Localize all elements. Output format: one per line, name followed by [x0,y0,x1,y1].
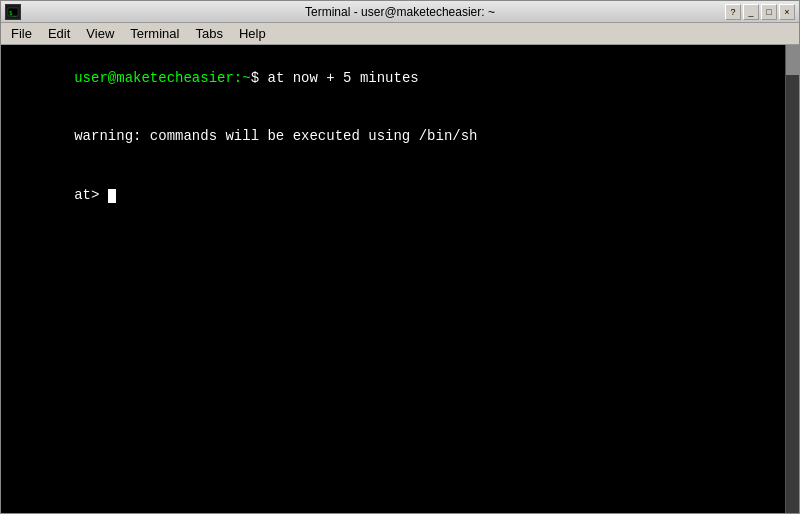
menu-help[interactable]: Help [231,24,274,43]
maximize-button[interactable]: □ [761,4,777,20]
minimize-button[interactable]: _ [743,4,759,20]
scrollbar-thumb[interactable] [786,45,799,75]
window-title: Terminal - user@maketecheasier: ~ [305,5,495,19]
menu-terminal[interactable]: Terminal [122,24,187,43]
cursor [108,189,116,203]
at-prompt: at> [74,187,108,203]
help-button[interactable]: ? [725,4,741,20]
terminal-area[interactable]: user@maketecheasier:~$ at now + 5 minute… [1,45,799,513]
terminal-line-3: at> [7,167,793,226]
title-bar-buttons: ? _ □ × [725,4,795,20]
close-button[interactable]: × [779,4,795,20]
window-frame: user@maketecheasier:~$ at now + 5 minute… [1,45,799,513]
menu-view[interactable]: View [78,24,122,43]
menu-tabs[interactable]: Tabs [187,24,230,43]
svg-text:$_: $_ [9,9,17,17]
command-text: at now + 5 minutes [267,70,418,86]
prompt-user: user@maketecheasier [74,70,234,86]
terminal-icon: $_ [5,4,21,20]
menu-file[interactable]: File [3,24,40,43]
title-bar: $_ Terminal - user@maketecheasier: ~ ? _… [1,1,799,23]
terminal-line-2: warning: commands will be executed using… [7,108,793,167]
title-bar-left: $_ [5,4,21,20]
menu-bar: File Edit View Terminal Tabs Help [1,23,799,45]
scrollbar[interactable] [785,45,799,513]
prompt-path: :~ [234,70,251,86]
prompt-symbol: $ [251,70,268,86]
warning-text: warning: commands will be executed using… [74,128,477,144]
terminal-line-1: user@maketecheasier:~$ at now + 5 minute… [7,49,793,108]
window: $_ Terminal - user@maketecheasier: ~ ? _… [0,0,800,514]
menu-edit[interactable]: Edit [40,24,78,43]
